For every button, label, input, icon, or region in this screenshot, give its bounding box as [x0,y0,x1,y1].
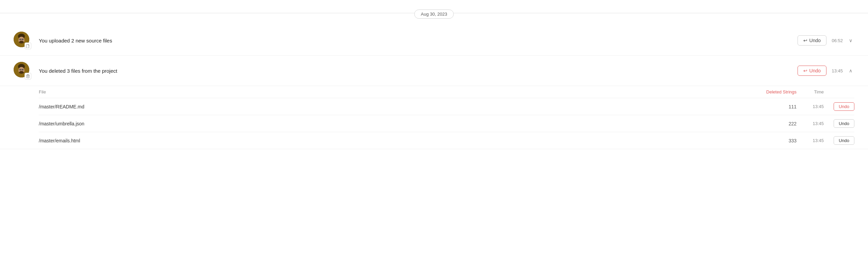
delete-message: You deleted 3 files from the project [39,68,798,74]
date-badge: Aug 30, 2023 [414,10,453,19]
date-divider: Aug 30, 2023 [0,0,868,25]
row-time-1: 13:45 [797,104,824,109]
svg-point-5 [19,41,24,43]
col-header-time: Time [797,89,824,94]
svg-rect-20 [27,74,29,75]
deleted-count-2: 222 [735,121,797,126]
upload-actions: ↩ Undo 06:52 ∨ [798,35,854,46]
delete-undo-label: Undo [809,68,821,73]
svg-point-14 [22,69,23,70]
undo-arrow-icon-delete: ↩ [803,68,807,73]
delete-undo-button[interactable]: ↩ Undo [798,66,826,76]
row-undo-button-3[interactable]: Undo [834,136,854,145]
chevron-down-icon: ∨ [849,38,852,43]
row-action-1: Undo [824,102,854,111]
avatar-delete [14,62,31,80]
svg-point-4 [22,39,23,40]
row-action-2: Undo [824,119,854,128]
col-header-deleted: Deleted Strings [735,89,797,94]
file-path-3: /master/emails.html [39,138,735,143]
file-path-2: /master/umbrella.json [39,121,735,126]
upload-undo-button[interactable]: ↩ Undo [798,35,826,46]
undo-arrow-icon: ↩ [803,38,807,43]
delete-expanded-table: File Deleted Strings Time /master/README… [0,86,868,149]
upload-badge-icon [25,42,31,49]
row-undo-button-2[interactable]: Undo [834,119,854,128]
row-undo-button-1[interactable]: Undo [834,102,854,111]
table-header: File Deleted Strings Time [39,86,854,98]
svg-point-13 [20,69,21,70]
upload-message: You uploaded 2 new source files [39,38,798,43]
svg-point-15 [19,71,24,74]
table-row: /master/README.md 111 13:45 Undo [39,98,854,115]
deleted-count-1: 111 [735,104,797,109]
svg-point-3 [20,39,21,40]
delete-activity-row: You deleted 3 files from the project ↩ U… [0,56,868,86]
delete-time: 13:45 [831,68,843,73]
col-header-file: File [39,89,735,94]
upload-time: 06:52 [831,38,843,43]
table-row: /master/emails.html 333 13:45 Undo [39,132,854,149]
avatar-upload [14,32,31,49]
delete-collapse-button[interactable]: ∧ [847,67,854,75]
page-container: Aug 30, 2023 [0,0,868,149]
table-row: /master/umbrella.json 222 13:45 Undo [39,115,854,132]
chevron-up-icon: ∧ [849,68,852,73]
row-action-3: Undo [824,136,854,145]
row-time-2: 13:45 [797,121,824,126]
upload-activity-row: You uploaded 2 new source files ↩ Undo 0… [0,25,868,56]
delete-badge-icon [25,73,31,80]
delete-actions: ↩ Undo 13:45 ∧ [798,66,854,76]
row-time-3: 13:45 [797,138,824,143]
svg-rect-18 [27,75,29,78]
upload-expand-button[interactable]: ∨ [847,36,854,45]
deleted-count-3: 333 [735,138,797,143]
upload-undo-label: Undo [809,38,821,43]
file-path-1: /master/README.md [39,104,735,109]
